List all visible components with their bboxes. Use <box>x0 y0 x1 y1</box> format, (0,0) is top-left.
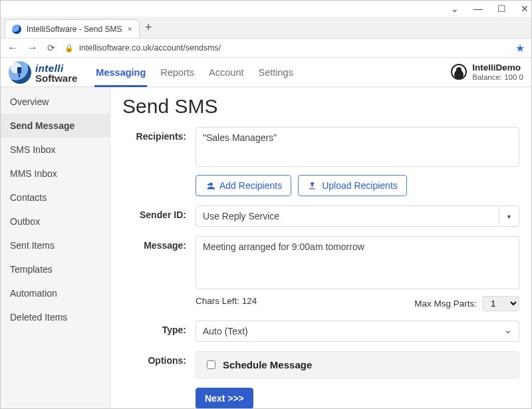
label-type: Type: <box>122 321 196 342</box>
tab-account[interactable]: Account <box>209 58 243 86</box>
new-tab-button[interactable]: + <box>145 21 152 35</box>
next-button[interactable]: Next >>> <box>196 388 253 408</box>
browser-tab[interactable]: IntelliSoftware - Send SMS × <box>5 19 140 38</box>
nav-tabs: Messaging Reports Account Settings <box>96 58 293 86</box>
window-chevron-icon[interactable]: ⌄ <box>451 3 459 14</box>
label-message: Message: <box>122 236 196 311</box>
sidebar: OverviewSend MessageSMS InboxMMS InboxCo… <box>1 87 110 408</box>
lock-icon: 🔒 <box>65 44 74 53</box>
type-select[interactable]: Auto (Text) <box>196 321 519 342</box>
sidebar-item-sent-items[interactable]: Sent Items <box>1 233 110 257</box>
sidebar-item-templates[interactable]: Templates <box>1 257 110 281</box>
brand-line2: Software <box>35 73 77 83</box>
brand-text: intelli Software <box>35 62 77 83</box>
max-parts-select[interactable]: 1 <box>482 296 519 311</box>
url-text: intellisoftware.co.uk/account/sendsms/ <box>79 43 221 53</box>
sidebar-item-mms-inbox[interactable]: MMS Inbox <box>1 162 110 186</box>
sidebar-item-overview[interactable]: Overview <box>1 90 110 114</box>
logo-icon <box>9 61 31 84</box>
upload-recipients-button[interactable]: Upload Recipients <box>298 175 407 196</box>
avatar-icon <box>451 64 467 80</box>
brand-logo[interactable]: intelli Software <box>9 61 77 84</box>
app-header: intelli Software Messaging Reports Accou… <box>1 58 531 87</box>
sender-id-dropdown-toggle[interactable]: ▾ <box>499 205 519 227</box>
add-recipients-button[interactable]: Add Recipients <box>196 175 291 196</box>
tab-messaging[interactable]: Messaging <box>96 58 146 86</box>
sender-id-select[interactable]: Use Reply Service <box>196 205 499 227</box>
recipients-input[interactable]: "Sales Managers" <box>196 127 519 167</box>
window-close-icon[interactable]: ✕ <box>521 3 529 14</box>
window-controls: ⌄ — ☐ ✕ <box>1 1 531 17</box>
max-parts-label: Max Msg Parts: <box>414 299 477 309</box>
user-block[interactable]: IntelliDemo Balance: 100 0 <box>451 63 523 81</box>
content: Send SMS Recipients: "Sales Managers" Ad… <box>110 87 531 408</box>
sidebar-item-sms-inbox[interactable]: SMS Inbox <box>1 138 110 162</box>
tab-settings[interactable]: Settings <box>258 58 293 86</box>
nav-back-icon[interactable]: ← <box>7 42 18 54</box>
sidebar-item-automation[interactable]: Automation <box>1 281 110 305</box>
window-minimize-icon[interactable]: — <box>473 3 483 14</box>
close-tab-icon[interactable]: × <box>127 24 132 34</box>
sidebar-item-send-message[interactable]: Send Message <box>1 114 110 138</box>
sidebar-item-outbox[interactable]: Outbox <box>1 209 110 233</box>
url-display[interactable]: 🔒 intellisoftware.co.uk/account/sendsms/ <box>65 43 506 53</box>
label-options: Options: <box>122 351 196 378</box>
add-user-icon <box>205 181 215 191</box>
browser-tabbar: IntelliSoftware - Send SMS × + <box>1 17 531 38</box>
user-balance: Balance: 100 0 <box>472 73 523 82</box>
options-box: Schedule Message <box>196 351 519 378</box>
message-input[interactable]: Meeting arranged for 9:00am tomorrow <box>196 236 519 289</box>
upload-icon <box>307 181 317 191</box>
bookmark-star-icon[interactable]: ★ <box>515 42 525 55</box>
tab-reports[interactable]: Reports <box>160 58 194 86</box>
chars-left: Chars Left: 124 <box>196 296 257 311</box>
label-recipients: Recipients: <box>122 127 196 196</box>
favicon-icon <box>12 25 21 34</box>
window-maximize-icon[interactable]: ☐ <box>497 3 506 14</box>
browser-address-bar: ← → ⟳ 🔒 intellisoftware.co.uk/account/se… <box>1 38 531 58</box>
label-sender-id: Sender ID: <box>122 205 196 227</box>
brand-line1: intelli <box>35 63 77 73</box>
sidebar-item-deleted-items[interactable]: Deleted Items <box>1 305 110 329</box>
browser-tab-title: IntelliSoftware - Send SMS <box>27 25 122 34</box>
schedule-label: Schedule Message <box>223 359 312 370</box>
schedule-checkbox[interactable] <box>207 360 215 369</box>
user-name: IntelliDemo <box>472 63 523 73</box>
nav-forward-icon[interactable]: → <box>27 42 38 54</box>
page-title: Send SMS <box>122 95 519 118</box>
reload-icon[interactable]: ⟳ <box>47 43 55 53</box>
sidebar-item-contacts[interactable]: Contacts <box>1 186 110 209</box>
